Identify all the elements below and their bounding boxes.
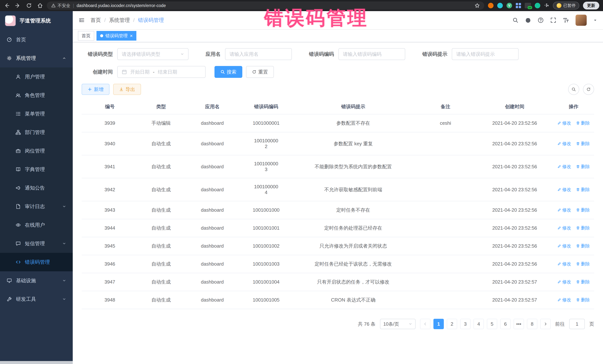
apps-grid-icon[interactable] (516, 3, 521, 8)
page-button-5[interactable]: 5 (487, 319, 497, 329)
goto-page-input[interactable] (569, 319, 585, 329)
edit-link[interactable]: 修改 (557, 207, 571, 213)
sidebar-item-dictionary[interactable]: 字典管理 (0, 160, 73, 179)
delete-link[interactable]: 删除 (576, 279, 590, 285)
delete-link[interactable]: 删除 (576, 297, 590, 303)
home-icon[interactable] (37, 3, 43, 9)
date-range-picker[interactable]: 开始日期 - 结束日期 (117, 66, 206, 78)
more-pages-button[interactable]: ••• (514, 319, 524, 329)
profile-paused-pill[interactable]: 已暂停 (553, 2, 579, 10)
edit-link[interactable]: 修改 (557, 279, 571, 285)
error-message-input[interactable] (456, 51, 514, 57)
page-button-3[interactable]: 3 (460, 319, 471, 329)
tab-error-code[interactable]: 错误码管理 × (96, 31, 136, 41)
table-row[interactable]: 3941 自动生成 dashboard 100100000 3 不能删除类型为系… (82, 155, 594, 178)
delete-link[interactable]: 删除 (576, 187, 590, 193)
table-row[interactable]: 3945 自动生成 dashboard 1001001002 只允许修改为开启或… (82, 237, 594, 255)
table-row[interactable]: 3948 自动生成 dashboard 1001001005 CRON 表达式不… (82, 291, 594, 309)
edit-link[interactable]: 修改 (557, 164, 571, 170)
column-header[interactable]: 类型 (138, 99, 184, 114)
delete-link[interactable]: 删除 (576, 243, 590, 249)
sidebar-item-error-code[interactable]: 错误码管理 (0, 253, 73, 271)
sidebar-item-positions[interactable]: 岗位管理 (0, 142, 73, 160)
table-row[interactable]: 3939 手动编辑 dashboard 1001000001 参数配置不存在 c… (82, 114, 594, 132)
delete-link[interactable]: 删除 (576, 164, 590, 170)
add-button[interactable]: 新增 (82, 84, 109, 95)
search-icon[interactable] (512, 17, 518, 23)
app-logo[interactable]: 芋道管理系统 (0, 11, 73, 30)
refresh-table-button[interactable] (583, 84, 594, 95)
edit-link[interactable]: 修改 (557, 225, 571, 231)
edit-link[interactable]: 修改 (557, 243, 571, 249)
lighthouse-extension-icon[interactable] (497, 3, 503, 8)
url-text[interactable]: dashboard.yudao.iocoder.cn/system/error-… (77, 3, 166, 8)
vue-devtools-icon[interactable]: V (507, 3, 512, 8)
error-code-input[interactable] (343, 51, 401, 57)
fullscreen-icon[interactable] (550, 17, 556, 23)
app-name-input[interactable] (230, 51, 287, 57)
prev-page-button[interactable] (420, 319, 430, 329)
sidebar-item-online-users[interactable]: 在线用户 (0, 216, 73, 234)
bookmark-star-icon[interactable] (475, 3, 480, 8)
reload-icon[interactable] (26, 3, 32, 9)
column-header[interactable]: 备注 (415, 99, 476, 114)
edit-link[interactable]: 修改 (557, 187, 571, 193)
edit-link[interactable]: 修改 (557, 297, 571, 303)
browser-update-button[interactable]: 更新 (583, 2, 599, 10)
delete-link[interactable]: 删除 (576, 225, 590, 231)
edit-link[interactable]: 修改 (557, 120, 571, 126)
sidebar-item-roles[interactable]: 角色管理 (0, 86, 73, 105)
table-row[interactable]: 3942 自动生成 dashboard 100100000 4 不允许获取敏感配… (82, 178, 594, 201)
reset-button[interactable]: 重置 (246, 66, 274, 78)
grammar-extension-icon[interactable] (535, 3, 540, 8)
sidebar-item-notices[interactable]: 通知公告 (0, 179, 73, 197)
delete-link[interactable]: 删除 (576, 120, 590, 126)
breadcrumb-system[interactable]: 系统管理 (109, 17, 130, 24)
page-button-2[interactable]: 2 (447, 319, 457, 329)
table-row[interactable]: 3946 自动生成 dashboard 1001001003 定时任务已经处于该… (82, 255, 594, 273)
user-avatar[interactable] (576, 15, 587, 26)
sidebar-item-menus[interactable]: 菜单管理 (0, 105, 73, 123)
sidebar-item-home[interactable]: 首页 (0, 30, 73, 49)
sidebar-item-sms[interactable]: 短信管理 (0, 234, 73, 253)
sidebar-item-departments[interactable]: 部门管理 (0, 123, 73, 142)
sidebar-item-users[interactable]: 用户管理 (0, 67, 73, 86)
table-row[interactable]: 3940 自动生成 dashboard 100100000 2 参数配置 key… (82, 132, 594, 155)
security-warning[interactable]: 不安全 (51, 3, 70, 9)
search-button[interactable]: 搜索 (214, 66, 242, 78)
column-header[interactable]: 应用名 (184, 99, 241, 114)
table-row[interactable]: 3947 自动生成 dashboard 1001001004 只有开启状态的任务… (82, 273, 594, 291)
search-toggle-button[interactable] (568, 84, 579, 95)
page-button-1[interactable]: 1 (433, 319, 444, 329)
sidebar-scrollbar[interactable] (0, 361, 73, 364)
next-page-button[interactable] (540, 319, 551, 329)
delete-link[interactable]: 删除 (576, 261, 590, 267)
sidebar-item-infrastructure[interactable]: 基础设施 (0, 271, 73, 290)
tab-home[interactable]: 首页 (78, 31, 94, 41)
sidebar-item-audit-log[interactable]: 审计日志 (0, 197, 73, 216)
table-row[interactable]: 3943 自动生成 dashboard 1001001000 定时任务不存在 2… (82, 201, 594, 219)
export-button[interactable]: 导出 (113, 84, 141, 95)
close-tab-icon[interactable]: × (130, 33, 133, 38)
column-header[interactable]: 操作 (553, 99, 594, 114)
extensions-puzzle-icon[interactable] (544, 3, 549, 8)
help-icon[interactable] (538, 17, 544, 23)
sidebar-item-system[interactable]: 系统管理 (0, 49, 73, 67)
record-extension-icon[interactable] (488, 3, 494, 8)
github-icon[interactable] (525, 17, 531, 23)
proxy-extension-icon[interactable]: on (525, 3, 531, 8)
address-bar[interactable]: 不安全 | dashboard.yudao.iocoder.cn/system/… (47, 1, 484, 10)
page-button-4[interactable]: 4 (474, 319, 484, 329)
column-header[interactable]: 错误码提示 (292, 99, 415, 114)
page-button-6[interactable]: 6 (500, 319, 510, 329)
forward-icon[interactable] (15, 3, 21, 9)
column-header[interactable]: 错误码编码 (241, 99, 292, 114)
font-size-icon[interactable] (563, 17, 569, 23)
error-type-select[interactable]: 请选择错误码类型 (117, 48, 188, 60)
page-size-select[interactable]: 10条/页 (380, 319, 416, 329)
delete-link[interactable]: 删除 (576, 207, 590, 213)
breadcrumb-home[interactable]: 首页 (91, 17, 101, 24)
column-header[interactable]: 创建时间 (476, 99, 553, 114)
edit-link[interactable]: 修改 (557, 261, 571, 267)
sidebar-item-dev-tools[interactable]: 研发工具 (0, 290, 73, 309)
